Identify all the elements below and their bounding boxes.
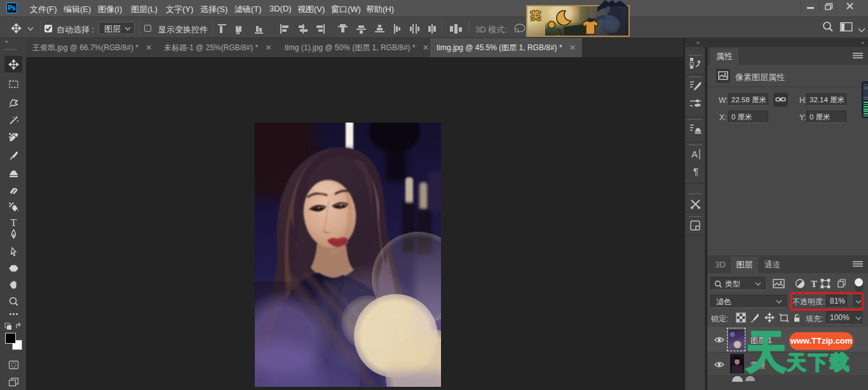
svg-text:A: A (691, 149, 698, 159)
svg-text:T: T (811, 279, 817, 289)
svg-text:T: T (11, 217, 17, 228)
svg-text:¶: ¶ (693, 166, 698, 177)
